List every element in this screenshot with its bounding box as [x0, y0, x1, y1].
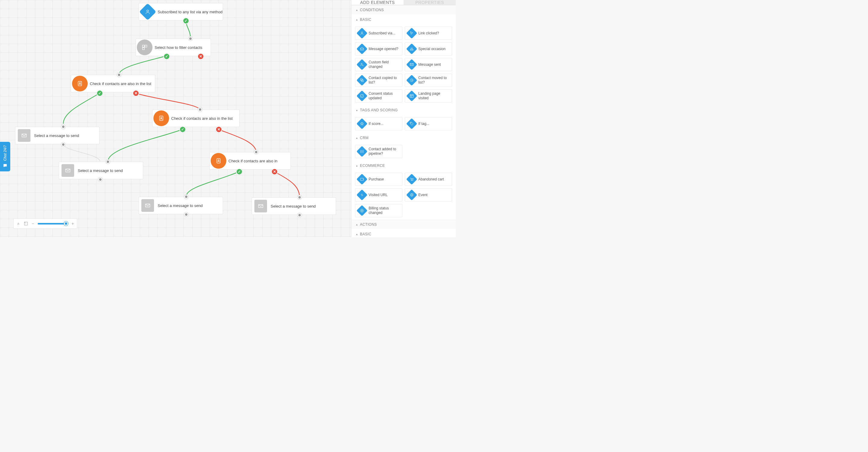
- element-custom-field[interactable]: Custom field changed: [355, 58, 402, 71]
- svg-point-5: [79, 82, 81, 84]
- element-contact-moved[interactable]: Contact moved to list?: [405, 74, 452, 87]
- node-send-2[interactable]: Select a message to send: [59, 162, 143, 179]
- target-icon: [410, 193, 414, 197]
- element-special-occasion[interactable]: Special occasion: [405, 42, 452, 56]
- collapse-icon[interactable]: [17, 222, 20, 225]
- element-message-sent[interactable]: Message sent: [405, 58, 452, 71]
- port-out[interactable]: [61, 142, 65, 147]
- port-in[interactable]: [61, 124, 65, 129]
- element-label: If tag...: [418, 121, 431, 126]
- element-label: Special occasion: [418, 47, 447, 51]
- tab-properties[interactable]: PROPERTIES: [404, 0, 456, 5]
- person-icon: [360, 31, 364, 35]
- contacts-icon: [210, 152, 227, 170]
- element-message-opened[interactable]: Message opened?: [355, 42, 402, 56]
- element-if-score[interactable]: If score...: [355, 117, 402, 130]
- element-label: Consent status updated: [369, 91, 402, 101]
- section-actions[interactable]: ▲ ACTIONS: [351, 220, 456, 229]
- tags-grid: If score... If tag...: [351, 115, 456, 133]
- element-label: Landing page visited: [418, 91, 452, 101]
- node-send-3[interactable]: Select a message to send: [138, 197, 223, 214]
- zoom-out-button[interactable]: −: [32, 221, 34, 226]
- port-in[interactable]: [106, 160, 110, 164]
- element-label: If score...: [369, 121, 385, 126]
- svg-rect-21: [361, 94, 363, 97]
- svg-point-9: [161, 117, 162, 118]
- section-crm[interactable]: ▲ CRM: [351, 133, 456, 142]
- chevron-up-icon: ▲: [355, 19, 358, 21]
- mail-icon: [16, 127, 33, 144]
- element-purchase[interactable]: Purchase: [355, 173, 402, 186]
- cake-icon: [410, 47, 414, 51]
- zoom-slider[interactable]: [38, 223, 68, 225]
- chat-support-tab[interactable]: Chat 24/7: [0, 142, 10, 171]
- tab-add-elements[interactable]: ADD ELEMENTS: [351, 0, 404, 5]
- fit-screen-icon[interactable]: [24, 222, 28, 226]
- cart-icon: [410, 177, 414, 181]
- branch-no-icon[interactable]: ✕: [133, 90, 139, 96]
- port-in[interactable]: [198, 107, 202, 112]
- svg-rect-19: [362, 80, 364, 82]
- chevron-up-icon: ▲: [355, 233, 358, 236]
- tag-icon: [410, 121, 414, 126]
- sidebar-tabs: ADD ELEMENTS PROPERTIES: [351, 0, 456, 5]
- zoom-slider-thumb[interactable]: [64, 222, 68, 226]
- branch-yes-icon[interactable]: ✓: [96, 90, 103, 96]
- branch-yes-icon[interactable]: ✓: [163, 53, 170, 60]
- svg-point-15: [361, 32, 363, 33]
- zoom-in-button[interactable]: +: [71, 221, 74, 226]
- node-label: Select how to filter contacts: [153, 45, 207, 50]
- node-send-1[interactable]: Select a message to send: [15, 127, 99, 144]
- section-conditions[interactable]: ▲ CONDITIONS: [351, 5, 456, 15]
- sidebar: ADD ELEMENTS PROPERTIES ▲ CONDITIONS ▲ B…: [351, 0, 456, 237]
- element-abandoned-cart[interactable]: Abandoned cart: [405, 173, 452, 186]
- chevron-up-icon: ▲: [355, 109, 358, 112]
- filter-icon: [136, 38, 153, 56]
- section-tags-scoring[interactable]: ▲ TAGS AND SCORING: [351, 105, 456, 115]
- element-contact-copied[interactable]: Contact copied to list?: [355, 74, 402, 87]
- element-label: Custom field changed: [369, 60, 402, 69]
- element-label: Contact added to pipeline?: [369, 147, 402, 156]
- branch-no-icon[interactable]: ✕: [216, 126, 222, 133]
- element-pipeline[interactable]: Contact added to pipeline?: [355, 145, 402, 158]
- port-in[interactable]: [117, 73, 121, 77]
- element-billing[interactable]: Billing status changed: [355, 204, 402, 217]
- branch-yes-icon[interactable]: ✓: [179, 126, 186, 133]
- section-ecommerce[interactable]: ▲ ECOMMERCE: [351, 161, 456, 170]
- element-event[interactable]: Event: [405, 188, 452, 202]
- branch-yes-icon[interactable]: ✓: [183, 18, 189, 24]
- element-label: Contact moved to list?: [418, 76, 452, 85]
- svg-rect-18: [361, 79, 362, 81]
- branch-no-icon[interactable]: ✕: [271, 168, 278, 175]
- port-out[interactable]: [98, 177, 102, 182]
- element-landing-visited[interactable]: Landing page visited: [405, 89, 452, 103]
- port-in[interactable]: [254, 150, 258, 154]
- branch-yes-icon[interactable]: ✓: [236, 168, 243, 175]
- node-check-list-1[interactable]: Check if contacts are also in the list: [71, 75, 155, 92]
- node-send-4[interactable]: Select a message to send: [252, 197, 336, 215]
- port-in[interactable]: [298, 195, 302, 199]
- port-in[interactable]: [188, 36, 193, 41]
- element-label: Purchase: [369, 177, 386, 182]
- node-check-list-3[interactable]: Check if contacts are also in: [210, 152, 291, 170]
- port-in[interactable]: [184, 195, 188, 199]
- mail-icon: [252, 197, 270, 215]
- section-label: BASIC: [360, 232, 371, 236]
- section-actions-basic[interactable]: ▲ BASIC: [351, 229, 456, 237]
- node-check-list-2[interactable]: Check if contacts are also in the list: [152, 110, 240, 127]
- port-out[interactable]: [184, 213, 188, 217]
- branch-no-icon[interactable]: ✕: [197, 53, 204, 60]
- port-out[interactable]: [298, 213, 302, 217]
- section-basic[interactable]: ▲ BASIC: [351, 15, 456, 24]
- element-label: Visited URL: [369, 193, 390, 197]
- element-link-clicked[interactable]: Link clicked?: [405, 27, 452, 40]
- pipeline-icon: [360, 149, 364, 153]
- node-subscribed[interactable]: Subscribed to any list via any method: [138, 3, 223, 21]
- element-subscribed-via[interactable]: Subscribed via...: [355, 27, 402, 40]
- element-visited-url[interactable]: Visited URL: [355, 188, 402, 202]
- element-consent-status[interactable]: Consent status updated: [355, 89, 402, 103]
- layout-icon: [410, 94, 414, 98]
- element-label: Message opened?: [369, 47, 400, 51]
- workflow-canvas[interactable]: Subscribed to any list via any method ✓ …: [0, 0, 351, 237]
- element-if-tag[interactable]: If tag...: [405, 117, 452, 130]
